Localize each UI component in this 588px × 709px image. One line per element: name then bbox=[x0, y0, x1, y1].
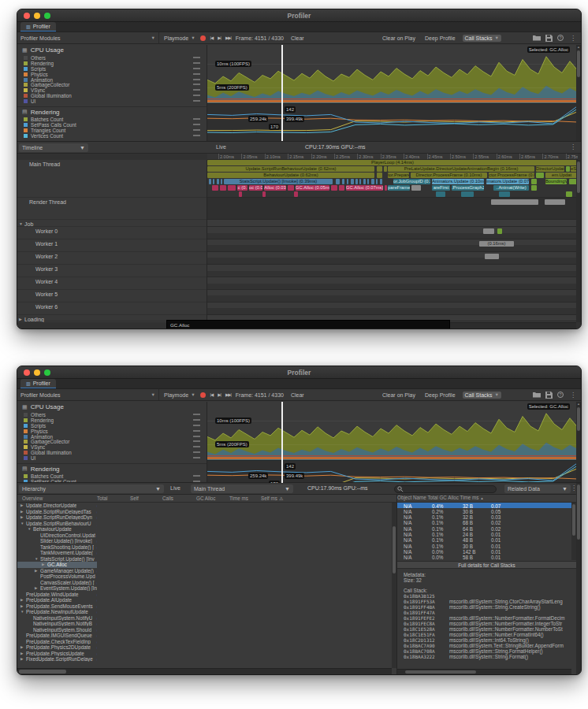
next-frame-button[interactable]: ▶| bbox=[218, 392, 221, 397]
timeline-sample-bar[interactable] bbox=[342, 179, 344, 184]
timeline-sample-bar[interactable] bbox=[566, 166, 570, 172]
cpu-usage-chart[interactable] bbox=[207, 402, 578, 460]
timeline-sample-bar[interactable] bbox=[359, 179, 361, 184]
fold-arrow-icon[interactable]: ▶ bbox=[20, 604, 26, 608]
timeline-sample-bar[interactable] bbox=[220, 185, 226, 191]
timeline-sample-bar[interactable]: Animators.Update (0.10ms) bbox=[432, 179, 484, 184]
sort-ascending-icon[interactable]: ▲ bbox=[480, 496, 483, 500]
column-time-ms[interactable]: Time ms bbox=[229, 496, 248, 501]
timeline-sample-bar[interactable]: (0.16ms) bbox=[479, 241, 514, 247]
table-row[interactable]: ▼ PreUpdate.NewInputUpdate 0.0% 0.0% 1 0… bbox=[17, 609, 97, 615]
table-row[interactable]: CanvasScaler.Update() [ 0.0% 0.0% 3 0 B … bbox=[17, 580, 97, 586]
timeline-sample-bar[interactable] bbox=[212, 185, 218, 191]
table-row[interactable]: PreUpdate.CheckTexFieldInp 0.0% 0.0% 1 0… bbox=[17, 639, 97, 645]
prev-frame-button[interactable]: |◀ bbox=[210, 392, 214, 397]
panel-vertical-scrollbar[interactable] bbox=[576, 483, 581, 674]
thread-row-label[interactable]: Worker 4 bbox=[17, 277, 207, 290]
table-row[interactable]: ▶ PreUpdate.PhysicsUpdate 0.0% 0.0% 1 0 … bbox=[17, 651, 97, 657]
timeline-sample-bar[interactable]: pareFrame bbox=[388, 185, 410, 191]
table-row[interactable]: ▶ GameManager.Update() 0.0% 0.0% 1 0 B 0… bbox=[17, 568, 97, 574]
timeline-sample-bar[interactable] bbox=[485, 254, 499, 259]
timeline-sample-bar[interactable]: PreLateUpdate.DirectorUpdateAnimationBeg… bbox=[388, 166, 534, 172]
timeline-sample-bar[interactable] bbox=[371, 179, 374, 184]
scroll-up-arrow[interactable]: ▲ bbox=[576, 45, 581, 49]
timeline-sample-bar[interactable] bbox=[294, 191, 298, 197]
legend-item[interactable]: GarbageCollector bbox=[17, 439, 207, 444]
fold-arrow-icon[interactable]: ▼ bbox=[19, 221, 24, 226]
current-frame-button[interactable]: ▶▶| bbox=[225, 392, 231, 397]
table-row[interactable]: ▶ GC.Alloc 1.9% 0.0% 15 1.7 KB 0.34 0.01 bbox=[17, 562, 97, 568]
timeline-sample-bar[interactable] bbox=[376, 179, 378, 184]
fold-arrow-icon[interactable]: ▶ bbox=[35, 569, 40, 573]
timeline-sample-bar[interactable] bbox=[351, 179, 354, 184]
prev-frame-button[interactable]: |◀ bbox=[210, 35, 214, 40]
legend-item[interactable]: Rendering bbox=[17, 418, 207, 423]
timeline-sample-bar[interactable]: StatsScript.Update() [Invoke] (0.39ms) bbox=[224, 179, 333, 184]
timeline-vertical-scrollbar[interactable] bbox=[576, 160, 581, 322]
record-button[interactable] bbox=[200, 392, 206, 398]
column-overview[interactable]: Overview bbox=[22, 496, 43, 501]
legend-item[interactable]: Triangles Count bbox=[17, 128, 207, 133]
timeline-sample-bar[interactable]: BoundingV bbox=[545, 179, 567, 184]
table-row[interactable]: PostProcessVolume.Upd 0.0% 0.0% 1 0 B 0.… bbox=[17, 574, 97, 580]
scrollbar-thumb[interactable] bbox=[405, 670, 476, 674]
legend-order-handle[interactable] bbox=[193, 68, 200, 69]
deep-profile-toggle[interactable]: Deep Profile bbox=[422, 392, 458, 399]
legend-order-handle[interactable] bbox=[193, 135, 200, 136]
thread-row-label[interactable]: Worker 6 bbox=[17, 303, 207, 315]
related-data-dropdown[interactable]: Related Data▼ bbox=[504, 484, 571, 493]
minimize-button[interactable] bbox=[34, 13, 40, 19]
clear-on-play-toggle[interactable]: Clear on Play bbox=[380, 392, 418, 399]
legend-order-handle[interactable] bbox=[193, 414, 200, 415]
timeline-sample-bar[interactable]: imators.Update (0.07m bbox=[486, 179, 529, 184]
table-row[interactable]: N/A 0.1% 48 B 0.01 bbox=[397, 537, 571, 543]
cpu-usage-module-header[interactable]: ▦ CPU Usage bbox=[17, 402, 207, 412]
legend-item[interactable]: UI bbox=[17, 455, 207, 461]
legend-item[interactable]: Vertices Count bbox=[17, 133, 207, 139]
playmode-dropdown[interactable]: Playmode▼ bbox=[164, 392, 195, 398]
table-row[interactable]: TankShooting.Update() [ 0.0% 0.0% 2 0 B … bbox=[17, 544, 97, 551]
timeline-sample-bar[interactable] bbox=[461, 191, 474, 197]
chart-canvas[interactable]: 10ms (100FPS) 5ms (200FPS) Selected: GC.… bbox=[207, 45, 578, 141]
timeline-sample-bar[interactable] bbox=[331, 185, 337, 191]
legend-item[interactable]: Batches Count bbox=[17, 117, 207, 122]
record-button[interactable] bbox=[200, 35, 206, 41]
column-gc-alloc[interactable]: GC Alloc bbox=[196, 496, 216, 501]
legend-order-handle[interactable] bbox=[193, 73, 200, 75]
table-row[interactable]: PreUpdate.IMGUISendQueue 0.0% 0.0% 1 0 B… bbox=[17, 633, 97, 639]
table-row[interactable]: ▶ Update.ScriptRunDelayedDyn 0.0% 0.0% 1… bbox=[17, 514, 97, 521]
fold-arrow-icon[interactable]: ▶ bbox=[20, 515, 26, 519]
fold-arrow-icon[interactable]: ▼ bbox=[35, 557, 40, 561]
column-self-ms[interactable]: Self ms bbox=[261, 496, 277, 501]
zoom-button[interactable] bbox=[44, 13, 50, 19]
help-icon[interactable]: ? bbox=[557, 392, 564, 398]
timeline-sample-bar[interactable] bbox=[491, 199, 538, 205]
timeline-sample-bar[interactable] bbox=[288, 185, 294, 191]
legend-order-handle[interactable] bbox=[193, 419, 200, 421]
table-row[interactable]: ▶ PreUpdate.AIUpdate 0.0% 0.0% 1 0 B 0.0… bbox=[17, 597, 97, 603]
legend-item[interactable]: Batches Count bbox=[17, 473, 207, 479]
timeline-sample-bar[interactable]: GC.Alloc (0.05ms) bbox=[296, 185, 329, 191]
legend-order-handle[interactable] bbox=[193, 457, 200, 458]
legend-order-handle[interactable] bbox=[193, 62, 200, 64]
legend-order-handle[interactable] bbox=[193, 84, 200, 85]
next-frame-button[interactable]: ▶| bbox=[218, 35, 221, 40]
scroll-up-arrow[interactable]: ▲ bbox=[576, 402, 581, 406]
table-row[interactable]: N/A 0.0% 58 B 0.01 bbox=[397, 555, 571, 560]
timeline-sample-bar[interactable] bbox=[209, 179, 211, 184]
deep-profile-toggle[interactable]: Deep Profile bbox=[422, 35, 458, 42]
table-row[interactable]: N/A 0.2% 30 B 0.05 bbox=[397, 508, 571, 514]
column-total[interactable]: Total bbox=[97, 496, 107, 501]
thread-row-label[interactable]: Render Thread bbox=[17, 198, 207, 220]
tab-profiler[interactable]: ▥ Profiler bbox=[20, 379, 56, 388]
legend-item[interactable]: Animation bbox=[17, 434, 207, 440]
table-row[interactable]: UIDirectionControl.Updat 0.0% 0.0% 2 0 B… bbox=[17, 533, 97, 539]
table-row[interactable]: ▼ StatsScript.Update() [Inv 2.1% 0.2% 1 … bbox=[17, 556, 97, 562]
fold-arrow-icon[interactable]: ▶ bbox=[20, 651, 26, 655]
fold-arrow-icon[interactable]: ▶ bbox=[42, 562, 47, 566]
thread-row-label[interactable]: Main Thread bbox=[17, 160, 207, 198]
scrollbar-thumb[interactable] bbox=[577, 407, 580, 431]
legend-order-handle[interactable] bbox=[193, 425, 200, 426]
clear-button[interactable]: Clear bbox=[288, 392, 307, 399]
column-calls[interactable]: Calls bbox=[162, 496, 173, 501]
